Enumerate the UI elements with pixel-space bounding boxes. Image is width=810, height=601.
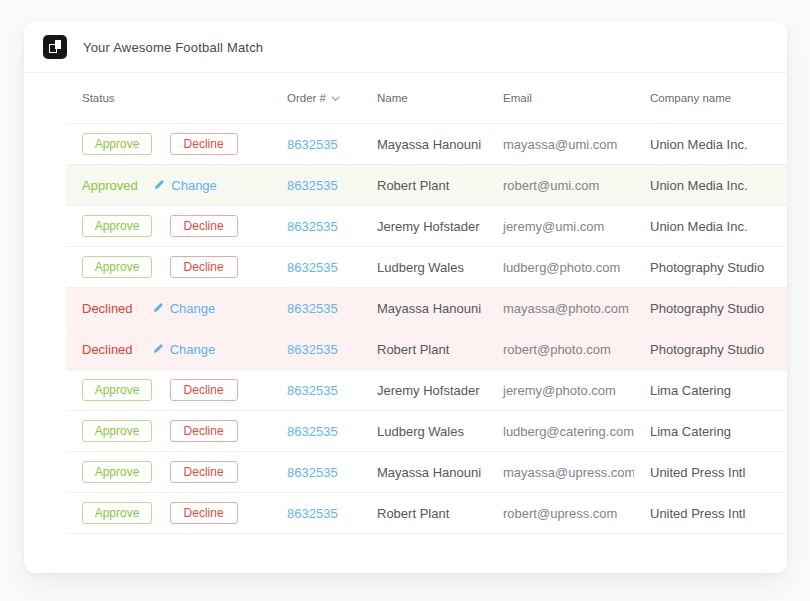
orders-table-wrap: Status Order # Name Email Company name (66, 73, 787, 534)
decline-button[interactable]: Decline (170, 502, 238, 524)
email-cell: robert@umi.com (487, 165, 634, 206)
decline-button[interactable]: Decline (170, 256, 238, 278)
name-cell: Jeremy Hofstader (361, 370, 487, 411)
main-card: Your Awesome Football Match Status Order… (24, 22, 787, 573)
app-logo-icon (43, 35, 67, 59)
status-cell: Approve Decline (66, 124, 271, 165)
table-row: Declined Change 8632535 Robert Plant rob… (66, 329, 787, 370)
company-cell: Lima Catering (634, 370, 787, 411)
table-row: Approve Decline 8632535 Jeremy Hofstader… (66, 370, 787, 411)
order-link[interactable]: 8632535 (287, 342, 338, 357)
order-link[interactable]: 8632535 (287, 260, 338, 275)
change-link[interactable]: Change (153, 301, 216, 316)
change-link[interactable]: Change (154, 178, 217, 193)
column-header-name: Name (361, 73, 487, 124)
column-header-company: Company name (634, 73, 787, 124)
company-cell: Union Media Inc. (634, 124, 787, 165)
orders-table: Status Order # Name Email Company name (66, 73, 787, 534)
email-cell: jeremy@photo.com (487, 370, 634, 411)
pencil-icon (153, 301, 164, 316)
page-title: Your Awesome Football Match (83, 40, 263, 55)
decline-button[interactable]: Decline (170, 133, 238, 155)
email-cell: mayassa@upress.com (487, 452, 634, 493)
approve-button[interactable]: Approve (82, 502, 152, 524)
name-cell: Jeremy Hofstader (361, 206, 487, 247)
table-row: Approve Decline 8632535 Jeremy Hofstader… (66, 206, 787, 247)
email-cell: mayassa@umi.com (487, 124, 634, 165)
approve-button[interactable]: Approve (82, 215, 152, 237)
table-header-row: Status Order # Name Email Company name (66, 73, 787, 124)
email-cell: robert@upress.com (487, 493, 634, 534)
name-cell: Robert Plant (361, 165, 487, 206)
approve-button[interactable]: Approve (82, 133, 152, 155)
approve-button[interactable]: Approve (82, 256, 152, 278)
name-cell: Robert Plant (361, 329, 487, 370)
table-row: Approve Decline 8632535 Ludberg Wales lu… (66, 411, 787, 452)
company-cell: Photography Studio (634, 329, 787, 370)
status-cell: Approve Decline (66, 206, 271, 247)
decline-button[interactable]: Decline (170, 461, 238, 483)
status-cell: Approved Change (66, 165, 271, 206)
email-cell: ludberg@photo.com (487, 247, 634, 288)
status-approved-label: Approved (82, 178, 138, 193)
chevron-down-icon (331, 92, 340, 104)
status-cell: Approve Decline (66, 452, 271, 493)
table-row: Approve Decline 8632535 Mayassa Hanouni … (66, 452, 787, 493)
name-cell: Mayassa Hanouni (361, 452, 487, 493)
approve-button[interactable]: Approve (82, 420, 152, 442)
order-link[interactable]: 8632535 (287, 383, 338, 398)
decline-button[interactable]: Decline (170, 215, 238, 237)
status-cell: Approve Decline (66, 370, 271, 411)
table-row: Approved Change 8632535 Robert Plant rob… (66, 165, 787, 206)
company-cell: Union Media Inc. (634, 165, 787, 206)
order-link[interactable]: 8632535 (287, 424, 338, 439)
table-row: Approve Decline 8632535 Mayassa Hanouni … (66, 124, 787, 165)
company-cell: Lima Catering (634, 411, 787, 452)
order-link[interactable]: 8632535 (287, 465, 338, 480)
pencil-icon (153, 342, 164, 357)
status-cell: Approve Decline (66, 411, 271, 452)
status-declined-label: Declined (82, 301, 136, 316)
company-cell: Photography Studio (634, 288, 787, 329)
table-row: Declined Change 8632535 Mayassa Hanouni … (66, 288, 787, 329)
card-header: Your Awesome Football Match (24, 22, 787, 73)
status-cell: Approve Decline (66, 247, 271, 288)
order-link[interactable]: 8632535 (287, 301, 338, 316)
name-cell: Ludberg Wales (361, 411, 487, 452)
approve-button[interactable]: Approve (82, 461, 152, 483)
name-cell: Robert Plant (361, 493, 487, 534)
column-header-status: Status (66, 73, 271, 124)
status-cell: Approve Decline (66, 493, 271, 534)
column-header-email: Email (487, 73, 634, 124)
decline-button[interactable]: Decline (170, 379, 238, 401)
name-cell: Ludberg Wales (361, 247, 487, 288)
order-link[interactable]: 8632535 (287, 506, 338, 521)
approve-button[interactable]: Approve (82, 379, 152, 401)
status-cell: Declined Change (66, 288, 271, 329)
email-cell: mayassa@photo.com (487, 288, 634, 329)
email-cell: ludberg@catering.com (487, 411, 634, 452)
company-cell: United Press Intl (634, 452, 787, 493)
table-row: Approve Decline 8632535 Ludberg Wales lu… (66, 247, 787, 288)
pencil-icon (154, 178, 165, 193)
company-cell: United Press Intl (634, 493, 787, 534)
email-cell: jeremy@umi.com (487, 206, 634, 247)
order-link[interactable]: 8632535 (287, 219, 338, 234)
status-cell: Declined Change (66, 329, 271, 370)
email-cell: robert@photo.com (487, 329, 634, 370)
company-cell: Photography Studio (634, 247, 787, 288)
order-link[interactable]: 8632535 (287, 178, 338, 193)
column-header-order[interactable]: Order # (271, 73, 361, 124)
decline-button[interactable]: Decline (170, 420, 238, 442)
order-link[interactable]: 8632535 (287, 137, 338, 152)
table-row: Approve Decline 8632535 Robert Plant rob… (66, 493, 787, 534)
company-cell: Union Media Inc. (634, 206, 787, 247)
logo-glyph-fill (55, 40, 61, 49)
status-declined-label: Declined (82, 342, 136, 357)
name-cell: Mayassa Hanouni (361, 288, 487, 329)
name-cell: Mayassa Hanouni (361, 124, 487, 165)
change-link[interactable]: Change (153, 342, 216, 357)
